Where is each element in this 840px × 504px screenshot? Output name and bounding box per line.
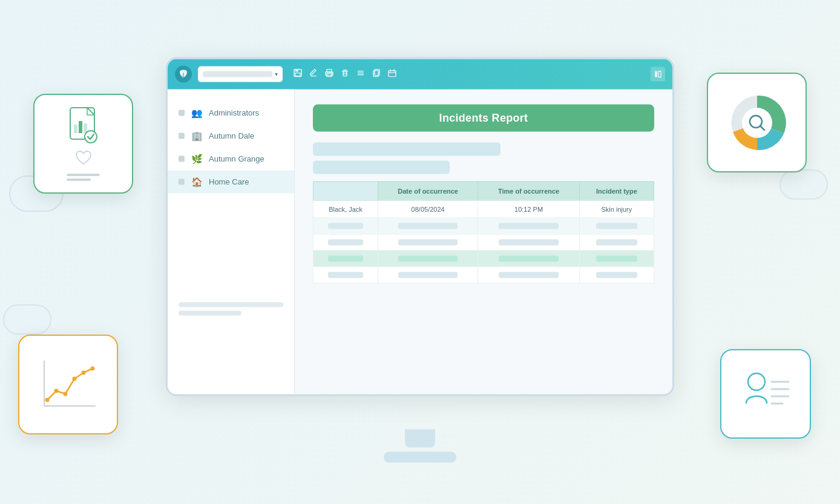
delete-icon[interactable] [341, 69, 349, 79]
scene: ▾ [0, 0, 840, 504]
cell-incident-3 [579, 234, 654, 250]
sidebar-item-administrators[interactable]: 👥 Administrators [168, 101, 294, 124]
document-card [33, 94, 133, 194]
cell-date-2 [378, 218, 477, 234]
monitor-screen: ▾ [166, 57, 674, 396]
content-area: Incidents Report Date of occurrence Time… [295, 89, 672, 394]
svg-point-12 [90, 366, 94, 370]
list-icon[interactable] [356, 69, 365, 79]
save-icon[interactable] [294, 69, 302, 79]
grid-icon-autumn-grange [179, 155, 185, 162]
print-icon[interactable] [325, 69, 333, 79]
monitor-stand [384, 429, 456, 462]
heart-icon-sidebar: 🏠 [191, 176, 203, 187]
sidebar-item-label-autumn-grange: Autumn Grange [209, 154, 264, 163]
col-header-incident: Incident type [579, 182, 654, 200]
toolbar-icons [294, 69, 396, 79]
col-header-date: Date of occurrence [378, 182, 477, 200]
leaf-logo-icon [179, 69, 188, 79]
table-row [313, 267, 654, 283]
cell-incident-2 [579, 218, 654, 234]
sidebar-item-autumn-dale[interactable]: 🏢 Autumn Dale [168, 124, 294, 147]
building-icon: 🏢 [191, 130, 203, 141]
sidebar-item-label-administrators: Administrators [209, 108, 259, 117]
svg-point-16 [748, 373, 765, 390]
calendar-icon[interactable] [388, 69, 396, 79]
grid-icon-administrators [179, 110, 185, 116]
cell-incident-5 [579, 267, 654, 283]
cell-name-2 [313, 218, 378, 234]
app-wrapper: ▾ [168, 59, 672, 394]
cell-date-4 [378, 250, 477, 267]
sidebar-item-home-care[interactable]: 🏠 Home Care [168, 170, 294, 193]
chart-card [18, 335, 118, 434]
cell-name-4 [313, 250, 378, 267]
svg-rect-24 [295, 73, 300, 76]
svg-point-10 [72, 376, 76, 381]
svg-point-8 [54, 388, 58, 393]
cell-name-5 [313, 267, 378, 283]
monitor-base [384, 451, 456, 462]
person-group-icon: 👥 [191, 107, 203, 118]
svg-rect-1 [74, 125, 77, 133]
svg-rect-23 [295, 70, 298, 72]
cell-time-4 [478, 250, 580, 267]
svg-point-7 [45, 398, 49, 402]
cell-time-1: 10:12 PM [478, 200, 580, 218]
table-header-row: Date of occurrence Time of occurrence In… [313, 182, 654, 200]
toolbar: ▾ [168, 59, 672, 89]
person-table-icon [735, 364, 796, 424]
sidebar-item-label-home-care: Home Care [209, 177, 249, 186]
cloud-decoration-bl [3, 304, 51, 335]
tree-icon: 🌿 [191, 153, 203, 164]
table-row [313, 218, 654, 234]
filter-bar-1[interactable] [313, 142, 500, 155]
svg-rect-42 [655, 71, 657, 77]
sidebar: 👥 Administrators 🏢 Autumn Dale 🌿 Autumn … [168, 89, 295, 394]
layout-toggle-icon[interactable] [651, 67, 665, 81]
app-logo [175, 65, 192, 82]
main-layout: 👥 Administrators 🏢 Autumn Dale 🌿 Autumn … [168, 89, 672, 394]
cell-date-5 [378, 267, 477, 283]
cloud-decoration-tr [779, 169, 828, 200]
table-row: Black, Jack 08/05/2024 10:12 PM Skin inj… [313, 200, 654, 218]
sidebar-item-autumn-grange[interactable]: 🌿 Autumn Grange [168, 147, 294, 170]
report-table: Date of occurrence Time of occurrence In… [313, 181, 654, 283]
svg-rect-38 [389, 71, 396, 77]
edit-icon[interactable] [309, 69, 318, 79]
copy-icon[interactable] [372, 69, 381, 79]
monitor-neck [405, 429, 435, 447]
report-title: Incidents Report [313, 104, 654, 131]
sidebar-item-label-autumn-dale: Autumn Dale [209, 131, 254, 140]
svg-point-29 [331, 73, 332, 74]
svg-rect-43 [658, 71, 661, 77]
grid-icon-autumn-dale [179, 133, 185, 139]
line-chart-icon [35, 352, 102, 418]
search-chevron-icon: ▾ [275, 71, 278, 77]
cell-time-2 [478, 218, 580, 234]
document-icon [65, 106, 102, 146]
svg-rect-2 [79, 121, 82, 133]
col-header-time: Time of occurrence [478, 182, 580, 200]
search-bar-fill [203, 71, 272, 77]
grid-icon-home-care [179, 178, 185, 185]
table-row [313, 250, 654, 267]
sidebar-bottom-bar-2 [179, 310, 241, 315]
donut-card [707, 73, 807, 172]
person-card [720, 349, 811, 439]
monitor: ▾ [157, 57, 683, 432]
svg-point-11 [81, 370, 85, 375]
cell-date-3 [378, 234, 477, 250]
sidebar-bottom-bar-1 [179, 302, 283, 307]
svg-point-4 [85, 131, 97, 143]
heart-icon-card [75, 151, 92, 166]
cell-date-1: 08/05/2024 [378, 200, 477, 218]
table-row [313, 234, 654, 250]
cell-name-3 [313, 234, 378, 250]
cell-time-3 [478, 234, 580, 250]
filter-bar-2[interactable] [313, 160, 450, 174]
cell-time-5 [478, 267, 580, 283]
col-header-name [313, 182, 378, 200]
svg-point-13 [742, 108, 772, 138]
toolbar-search[interactable]: ▾ [198, 66, 283, 82]
